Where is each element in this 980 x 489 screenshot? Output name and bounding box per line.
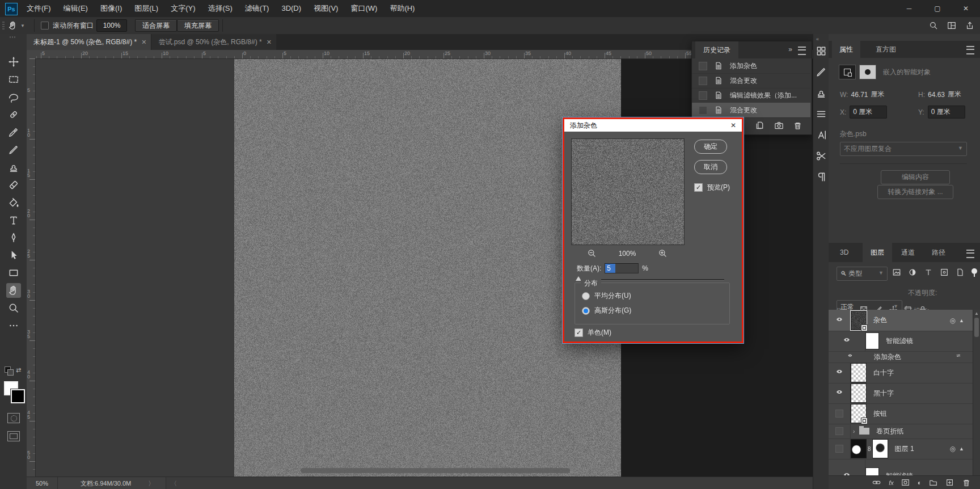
new-layer-icon[interactable] — [945, 478, 954, 487]
x-input[interactable]: 0 厘米 — [850, 106, 887, 119]
layer-row[interactable]: 添加杂色 — [829, 351, 973, 363]
layer-thumbnail[interactable] — [865, 332, 879, 349]
layer-row[interactable]: 按钮 — [829, 403, 973, 424]
menu-7[interactable]: 滤镜(T) — [239, 0, 276, 17]
shape-layers-icon[interactable] — [940, 268, 949, 277]
maximize-button[interactable]: ▢ — [923, 0, 952, 17]
layer-thumbnail[interactable] — [851, 363, 867, 382]
menu-1[interactable]: 文件(F) — [20, 0, 57, 17]
layer-row[interactable]: ›卷页折纸 — [829, 424, 973, 439]
zoom-tool-button[interactable] — [6, 301, 21, 315]
group-expand-icon[interactable]: › — [853, 428, 855, 435]
history-state[interactable]: 编辑滤镜效果（添加... — [692, 88, 810, 103]
marquee-tool-button[interactable] — [6, 72, 21, 87]
monochrome-option[interactable]: ✓ 单色(M) — [575, 328, 611, 338]
layer-visibility-empty[interactable] — [829, 439, 851, 459]
panel-brush-icon[interactable] — [816, 66, 827, 78]
menu-4[interactable]: 图层(L) — [128, 0, 164, 17]
noise-preview[interactable] — [571, 138, 685, 245]
more-tools-button[interactable] — [6, 318, 21, 333]
menu-8[interactable]: 3D(D) — [275, 0, 307, 17]
edit-content-button[interactable]: 编辑内容 — [881, 170, 950, 184]
mask-thumbnail[interactable] — [872, 439, 888, 458]
tab-histogram[interactable]: 直方图 — [868, 41, 903, 58]
pixel-layers-icon[interactable] — [892, 268, 901, 277]
ok-button[interactable]: 确定 — [694, 140, 727, 154]
dialog-close-icon[interactable]: ✕ — [730, 119, 736, 132]
layer-visibility-empty[interactable] — [829, 424, 851, 439]
layers-scrollbar[interactable]: ▲ — [973, 310, 980, 475]
brush-tool-button[interactable] — [6, 142, 21, 157]
zoom-in-icon[interactable] — [658, 248, 668, 258]
layer-row[interactable]: 杂色◎▲ — [829, 310, 973, 331]
zoom-level-field[interactable]: 50% — [27, 477, 58, 489]
menu-10[interactable]: 窗口(W) — [344, 0, 383, 17]
move-tool-button[interactable] — [6, 54, 21, 69]
convert-linked-button[interactable]: 转换为链接对象 ... — [877, 185, 953, 199]
tab-layers[interactable]: 图层 — [863, 243, 892, 262]
preview-option[interactable]: ✓ 预览(P) — [694, 183, 730, 192]
tab-layers-1[interactable]: 3D — [832, 243, 856, 262]
layer-row[interactable]: 8图层 1◎▲ — [829, 439, 973, 460]
layer-thumbnail[interactable] — [851, 404, 867, 423]
panel-scissors-icon[interactable] — [816, 150, 827, 162]
uniform-radio[interactable] — [582, 292, 590, 300]
quick-mask-icon[interactable] — [7, 413, 20, 423]
layer-visibility-eye-icon[interactable] — [829, 331, 865, 351]
healing-brush-tool-button[interactable] — [6, 107, 21, 122]
clone-stamp-tool-button[interactable] — [6, 160, 21, 175]
tab-history[interactable]: 历史记录 — [695, 41, 738, 58]
menu-5[interactable]: 文字(Y) — [164, 0, 201, 17]
panel-list-icon[interactable] — [816, 108, 827, 120]
add-mask-icon[interactable] — [901, 478, 910, 487]
smart-filter-indicator[interactable]: ◎▲ — [950, 317, 964, 324]
tab-layers-3[interactable]: 通道 — [893, 243, 923, 262]
history-state[interactable]: 添加杂色 — [692, 58, 810, 74]
mask-icon[interactable] — [859, 65, 876, 79]
cancel-button[interactable]: 取消 — [694, 160, 727, 174]
swap-colors-icon[interactable]: ⇄ — [5, 363, 22, 378]
workspace-layout-icon[interactable] — [947, 21, 956, 30]
layer-thumbnail[interactable] — [851, 383, 867, 403]
gaussian-option[interactable]: 高斯分布(G) — [582, 306, 631, 315]
smart-filter-indicator[interactable]: ◎▲ — [950, 445, 964, 453]
filter-toggle-icon[interactable] — [971, 268, 978, 276]
layer-thumbnail[interactable] — [851, 439, 867, 458]
filter-type-dropdown[interactable]: 🔍︎ 类型▼ — [837, 267, 888, 281]
menu-11[interactable]: 帮助(H) — [383, 0, 421, 17]
tab-layers-4[interactable]: 路径 — [924, 243, 953, 262]
layer-thumbnail[interactable] — [865, 467, 879, 475]
panel-menu-icon[interactable] — [966, 250, 974, 258]
layer-comp-dropdown[interactable]: 不应用图层复合▼ — [840, 142, 967, 156]
menu-9[interactable]: 视图(V) — [307, 0, 344, 17]
panel-menu-icon[interactable] — [798, 47, 806, 55]
preview-checkbox[interactable]: ✓ — [694, 183, 703, 192]
layer-row[interactable]: 智能滤镜 — [829, 459, 973, 475]
type-tool-button[interactable] — [6, 213, 21, 227]
document-tab-2[interactable]: 尝试.psd @ 50% (杂色, RGB/8#) *✕ — [151, 34, 276, 50]
uniform-option[interactable]: 平均分布(U) — [582, 291, 631, 301]
zoom-value-field[interactable]: 100% — [96, 19, 127, 32]
layer-style-icon[interactable]: fx — [889, 479, 894, 486]
history-state-checkbox[interactable] — [699, 77, 707, 85]
history-state-checkbox[interactable] — [699, 62, 707, 70]
minimize-button[interactable]: ─ — [895, 0, 923, 17]
document-tab-1[interactable]: 未标题-1 @ 50% (杂色, RGB/8#) *✕ — [27, 34, 151, 50]
share-icon[interactable] — [965, 21, 974, 30]
menu-6[interactable]: 选择(S) — [201, 0, 238, 17]
menu-3[interactable]: 图像(I) — [94, 0, 128, 17]
lasso-tool-button[interactable] — [6, 90, 21, 104]
type-layers-icon[interactable] — [924, 268, 933, 277]
layer-visibility-empty[interactable] — [829, 403, 851, 424]
options-grip[interactable] — [2, 22, 5, 29]
paint-bucket-tool-button[interactable] — [6, 195, 21, 210]
amount-input[interactable]: 5 — [605, 263, 639, 273]
history-state-checkbox[interactable] — [699, 106, 707, 115]
screen-mode-icon[interactable] — [7, 431, 20, 441]
layer-visibility-eye-icon[interactable] — [829, 362, 851, 383]
adjustment-layers-icon[interactable] — [908, 268, 917, 277]
adjustment-layer-icon[interactable]: ◐ — [918, 479, 922, 487]
fit-screen-button[interactable]: 适合屏幕 — [135, 19, 177, 32]
panel-clone-icon[interactable] — [816, 87, 827, 99]
layer-visibility-eye-icon[interactable] — [829, 383, 851, 403]
